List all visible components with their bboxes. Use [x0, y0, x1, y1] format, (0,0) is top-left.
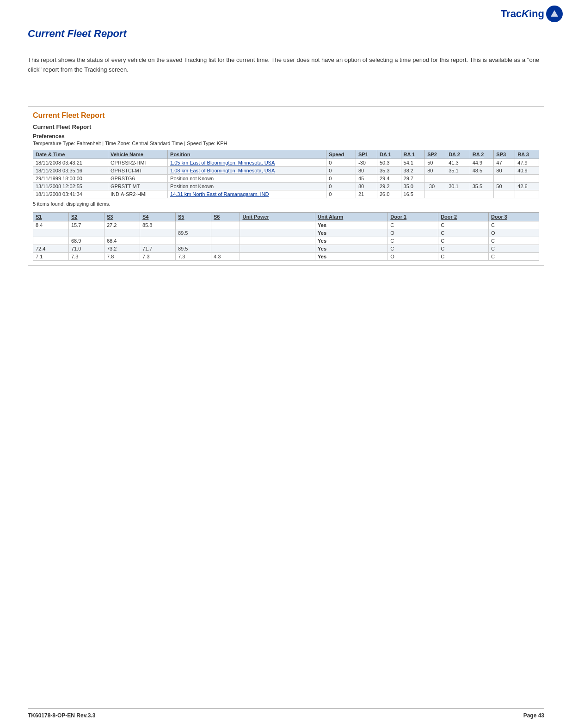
table-cell: -30	[356, 159, 377, 167]
table-cell	[240, 253, 315, 261]
report-box-subtitle: Current Fleet Report	[33, 123, 539, 130]
table-cell: 50	[494, 183, 515, 190]
secondary-table-header: Door 1	[388, 213, 438, 221]
table-cell: 0	[326, 183, 356, 190]
table-cell	[240, 221, 315, 229]
table-cell: 47	[494, 159, 515, 167]
table-cell: 16.5	[401, 190, 425, 198]
table-cell: 13/11/2008 12:02:55	[33, 183, 108, 190]
table-cell: 80	[356, 167, 377, 175]
table-cell: Yes	[315, 237, 388, 245]
page-title: Current Fleet Report	[28, 28, 127, 40]
main-table-body: 18/11/2008 03:43:21GPRSSR2-HMI1.05 km Ea…	[33, 159, 539, 198]
footer-left: TK60178-8-OP-EN Rev.3.3	[28, 712, 96, 719]
table-cell: Position not Known	[168, 183, 326, 190]
main-table-header: SP2	[425, 150, 446, 159]
table-cell: 80	[356, 183, 377, 190]
table-cell: 29.7	[401, 175, 425, 183]
table-cell	[33, 237, 69, 245]
table-cell: C	[438, 229, 489, 237]
table-cell: 1.05 km East of Bloomington, Minnesota, …	[168, 159, 326, 167]
report-box-title: Current Fleet Report	[33, 111, 539, 120]
table-cell: 0	[326, 190, 356, 198]
main-table-header: Date & Time	[33, 150, 108, 159]
table-cell: 30.1	[446, 183, 470, 190]
table-cell: 80	[494, 167, 515, 175]
table-cell: 89.5	[176, 229, 211, 237]
table-cell	[425, 175, 446, 183]
table-row: 89.5YesOCO	[33, 229, 539, 237]
logo-text: TracKing	[501, 8, 544, 20]
secondary-table-header: Unit Power	[240, 213, 315, 221]
table-cell: 35.3	[377, 167, 401, 175]
table-cell: 80	[425, 167, 446, 175]
table-row: 72.471.073.271.789.5YesCCC	[33, 245, 539, 253]
table-cell: Position not Known	[168, 175, 326, 183]
table-cell: 42.6	[515, 183, 539, 190]
table-cell	[240, 237, 315, 245]
table-cell: C	[438, 253, 489, 261]
table-cell: 15.7	[69, 221, 105, 229]
description: This report shows the status of every ve…	[28, 55, 544, 75]
table-cell	[446, 175, 470, 183]
table-cell	[176, 221, 211, 229]
table-cell: Yes	[315, 253, 388, 261]
table-cell: 0	[326, 167, 356, 175]
table-cell	[211, 229, 240, 237]
table-cell	[140, 229, 176, 237]
table-cell: C	[489, 245, 539, 253]
table-cell: 35.0	[401, 183, 425, 190]
table-cell: 48.5	[470, 167, 494, 175]
table-cell: 21	[356, 190, 377, 198]
table-cell: 7.3	[176, 253, 211, 261]
table-cell: 35.5	[470, 183, 494, 190]
table-cell	[240, 245, 315, 253]
main-table-header: RA 2	[470, 150, 494, 159]
table-cell: 71.7	[140, 245, 176, 253]
table-cell: O	[388, 229, 438, 237]
table-cell: 72.4	[33, 245, 69, 253]
table-cell	[515, 175, 539, 183]
table-cell: C	[489, 253, 539, 261]
table-cell	[470, 190, 494, 198]
table-row: 18/11/2008 03:35:16GPRSTCI-MT1.08 km Eas…	[33, 167, 539, 175]
table-row: 68.968.4YesCCC	[33, 237, 539, 245]
secondary-table: S1S2S3S4S5S6Unit PowerUnit AlarmDoor 1Do…	[33, 212, 539, 261]
table-cell: 40.9	[515, 167, 539, 175]
main-table-header: RA 3	[515, 150, 539, 159]
table-cell: Yes	[315, 221, 388, 229]
table-cell: C	[489, 221, 539, 229]
table-cell	[515, 190, 539, 198]
table-cell	[446, 190, 470, 198]
table-cell: 26.0	[377, 190, 401, 198]
table-cell: 7.1	[33, 253, 69, 261]
table-cell: Yes	[315, 245, 388, 253]
table-cell: C	[489, 237, 539, 245]
table-cell: 68.9	[69, 237, 105, 245]
table-cell	[69, 229, 105, 237]
table-cell: 29.2	[377, 183, 401, 190]
secondary-table-header: Door 3	[489, 213, 539, 221]
table-cell: 7.8	[105, 253, 140, 261]
table-cell: C	[388, 221, 438, 229]
table-cell: GPRSSR2-HMI	[108, 159, 167, 167]
table-cell: 38.2	[401, 167, 425, 175]
table-cell: INDIA-SR2-HMI	[108, 190, 167, 198]
secondary-table-header-row: S1S2S3S4S5S6Unit PowerUnit AlarmDoor 1Do…	[33, 213, 539, 221]
table-row: 7.17.37.87.37.34.3YesOCC	[33, 253, 539, 261]
secondary-table-header: S5	[176, 213, 211, 221]
secondary-table-header: S4	[140, 213, 176, 221]
main-table-header: DA 2	[446, 150, 470, 159]
table-row: 8.415.727.285.8YesCCC	[33, 221, 539, 229]
preferences-label: Preferences	[33, 133, 539, 140]
main-table-header: Position	[168, 150, 326, 159]
table-cell: 54.1	[401, 159, 425, 167]
table-cell: 27.2	[105, 221, 140, 229]
table-cell: 7.3	[69, 253, 105, 261]
table-cell: C	[388, 237, 438, 245]
table-cell: 0	[326, 159, 356, 167]
table-cell: C	[438, 221, 489, 229]
table-cell: 0	[326, 175, 356, 183]
table-cell: 1.08 km East of Bloomington, Minnesota, …	[168, 167, 326, 175]
main-table-header: Vehicle Name	[108, 150, 167, 159]
